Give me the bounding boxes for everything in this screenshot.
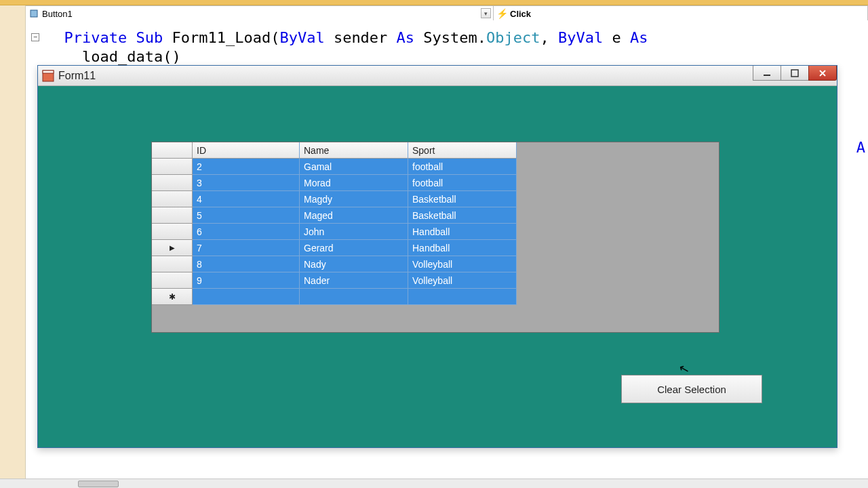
form-client-area: ID Name Sport 2Gamalfootball3Moradfootba… bbox=[41, 86, 833, 444]
grid-cell[interactable]: 4 bbox=[193, 191, 300, 207]
ide-margin bbox=[0, 5, 26, 488]
svg-rect-4 bbox=[791, 70, 798, 77]
object-dropdown-text: Button1 bbox=[42, 9, 73, 19]
chevron-down-icon[interactable]: ▾ bbox=[481, 8, 491, 18]
grid-cell[interactable]: 8 bbox=[193, 256, 300, 272]
window-buttons bbox=[753, 66, 837, 81]
svg-rect-2 bbox=[43, 70, 54, 73]
grid-cell[interactable]: Gamal bbox=[300, 159, 408, 175]
close-icon bbox=[818, 69, 827, 77]
grid-corner-cell[interactable] bbox=[152, 142, 193, 159]
grid-cell[interactable]: 2 bbox=[193, 159, 300, 175]
grid-cell[interactable]: 6 bbox=[193, 224, 300, 240]
current-row-indicator-icon[interactable] bbox=[152, 240, 193, 256]
close-button[interactable] bbox=[808, 66, 837, 81]
form-app-icon bbox=[42, 70, 54, 82]
grid-cell[interactable]: Volleyball bbox=[408, 272, 517, 289]
ide-ribbon-edge bbox=[0, 0, 868, 5]
grid-cell[interactable]: Volleyball bbox=[408, 256, 517, 272]
column-header-id[interactable]: ID bbox=[193, 142, 300, 159]
grid-cell[interactable] bbox=[408, 289, 517, 305]
fold-toggle-icon[interactable]: − bbox=[31, 33, 39, 41]
row-header[interactable] bbox=[152, 272, 193, 289]
minimize-icon bbox=[763, 69, 771, 77]
table-row[interactable]: 3Moradfootball bbox=[152, 175, 517, 191]
row-header[interactable] bbox=[152, 207, 193, 224]
member-dropdown-row: Button1 ▾ ⚡ Click bbox=[26, 5, 868, 20]
table-row[interactable]: 7GerardHandball bbox=[152, 240, 517, 256]
maximize-icon bbox=[791, 69, 799, 77]
table-row[interactable]: 6JohnHandball bbox=[152, 224, 517, 240]
svg-rect-3 bbox=[764, 75, 770, 76]
grid-cell[interactable]: football bbox=[408, 175, 517, 191]
minimize-button[interactable] bbox=[753, 66, 781, 81]
form-window: Form11 ID Name Sport 2Gamal bbox=[37, 65, 837, 448]
grid-cell[interactable]: Handball bbox=[408, 224, 517, 240]
title-bar[interactable]: Form11 bbox=[38, 66, 837, 86]
column-header-sport[interactable]: Sport bbox=[408, 142, 517, 159]
grid-cell[interactable]: Basketball bbox=[408, 207, 517, 224]
grid-cell[interactable]: Magdy bbox=[300, 191, 408, 207]
table-row[interactable]: 9NaderVolleyball bbox=[152, 272, 517, 289]
code-line-2: load_data() bbox=[46, 47, 868, 66]
grid-cell[interactable]: Morad bbox=[300, 175, 408, 191]
event-dropdown[interactable]: ⚡ Click bbox=[494, 6, 868, 21]
clear-selection-button[interactable]: Clear Selection bbox=[621, 375, 762, 403]
code-partial-char: A bbox=[856, 139, 865, 156]
grid-cell[interactable]: Handball bbox=[408, 240, 517, 256]
object-dropdown[interactable]: Button1 ▾ bbox=[26, 6, 494, 21]
window-title: Form11 bbox=[58, 70, 96, 82]
event-dropdown-text: Click bbox=[510, 9, 531, 19]
scrollbar-thumb[interactable] bbox=[78, 481, 119, 487]
table-row[interactable]: 8NadyVolleyball bbox=[152, 256, 517, 272]
code-fold-gutter: − bbox=[26, 28, 45, 41]
grid-new-row[interactable] bbox=[152, 289, 517, 305]
grid-cell[interactable]: Gerard bbox=[300, 240, 408, 256]
row-header[interactable] bbox=[152, 159, 193, 175]
grid-cell[interactable]: Nady bbox=[300, 256, 408, 272]
grid-cell[interactable]: 3 bbox=[193, 175, 300, 191]
lightning-icon: ⚡ bbox=[496, 8, 507, 19]
code-line-1: Private Sub Form11_Load(ByVal sender As … bbox=[46, 28, 868, 47]
table-row[interactable]: 4MagdyBasketball bbox=[152, 191, 517, 207]
svg-rect-0 bbox=[31, 10, 37, 17]
row-header[interactable] bbox=[152, 191, 193, 207]
grid-cell[interactable] bbox=[193, 289, 300, 305]
maximize-button[interactable] bbox=[781, 66, 809, 81]
grid-cell[interactable]: Maged bbox=[300, 207, 408, 224]
new-row-indicator-icon bbox=[152, 289, 193, 305]
grid-cell[interactable]: football bbox=[408, 159, 517, 175]
grid-cell[interactable]: 5 bbox=[193, 207, 300, 224]
object-icon bbox=[28, 8, 39, 19]
column-header-name[interactable]: Name bbox=[300, 142, 408, 159]
table-row[interactable]: 2Gamalfootball bbox=[152, 159, 517, 175]
grid-header-row: ID Name Sport bbox=[152, 142, 517, 159]
row-header[interactable] bbox=[152, 175, 193, 191]
grid-cell[interactable]: Nader bbox=[300, 272, 408, 289]
horizontal-scrollbar[interactable] bbox=[0, 479, 868, 488]
row-header[interactable] bbox=[152, 224, 193, 240]
grid-cell[interactable]: Basketball bbox=[408, 191, 517, 207]
table-row[interactable]: 5MagedBasketball bbox=[152, 207, 517, 224]
data-grid-view[interactable]: ID Name Sport 2Gamalfootball3Moradfootba… bbox=[151, 142, 719, 333]
grid-cell[interactable]: 9 bbox=[193, 272, 300, 289]
grid-cell[interactable] bbox=[300, 289, 408, 305]
grid-cell[interactable]: John bbox=[300, 224, 408, 240]
grid-cell[interactable]: 7 bbox=[193, 240, 300, 256]
row-header[interactable] bbox=[152, 256, 193, 272]
